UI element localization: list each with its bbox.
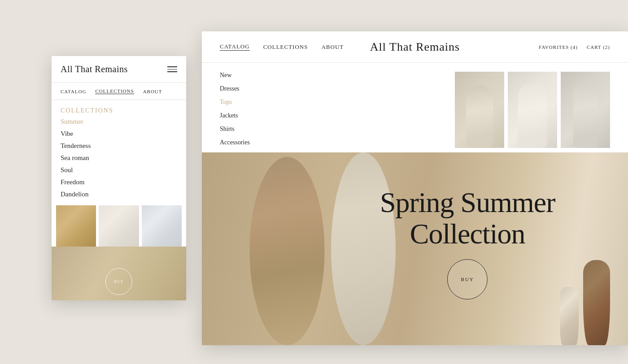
mobile-buy-label: BUY: [114, 280, 123, 284]
dropdown-shirts[interactable]: Shirts: [220, 126, 274, 133]
mobile-preview: All That Remains CATALOG COLLECTIONS ABO…: [52, 56, 186, 300]
vase-large: [583, 260, 610, 345]
vase-small-decoration: [560, 287, 579, 345]
mobile-nav-collections[interactable]: COLLECTIONS: [95, 88, 134, 94]
collection-item-dandelion[interactable]: Dandelion: [61, 191, 177, 198]
hamburger-line-3: [167, 71, 177, 72]
mobile-bottom-strip: BUY: [52, 247, 186, 300]
desktop-brand: All That Remains: [370, 40, 460, 54]
collection-item-searoman[interactable]: Sea roman: [61, 154, 177, 162]
hero-thumbnails: [455, 72, 610, 160]
mobile-collections-heading: COLLECTIONS: [52, 100, 186, 118]
dropdown-new[interactable]: New: [220, 72, 274, 79]
desktop-nav: CATALOG COLLECTIONS ABOUT All That Remai…: [202, 31, 628, 63]
desktop-nav-catalog[interactable]: CATALOG: [220, 43, 250, 51]
dropdown-tops[interactable]: Tops: [220, 99, 274, 106]
mobile-hero-bg: BUY: [52, 247, 186, 300]
hero-buy-label: BUY: [461, 277, 474, 282]
hamburger-line-2: [167, 69, 177, 70]
mobile-nav-about[interactable]: ABOUT: [143, 89, 162, 94]
mobile-nav: CATALOG COLLECTIONS ABOUT: [52, 83, 186, 100]
collection-item-summer[interactable]: Summer: [61, 118, 177, 126]
hero-thumb-1[interactable]: [455, 72, 504, 148]
collection-item-tenderness[interactable]: Tenderness: [61, 142, 177, 150]
hamburger-line-1: [167, 66, 177, 67]
hero-thumb-3[interactable]: [561, 72, 610, 148]
mobile-nav-catalog[interactable]: CATALOG: [61, 89, 86, 94]
mobile-brand: All That Remains: [61, 64, 128, 74]
vase-small: [560, 287, 579, 345]
dropdown-dresses[interactable]: Dresses: [220, 85, 274, 92]
hero-title: Spring Summer Collection: [380, 187, 555, 250]
desktop-nav-cart[interactable]: CART (2): [587, 44, 610, 50]
dropdown-jackets[interactable]: Jackets: [220, 112, 274, 119]
desktop-nav-favorites[interactable]: FAVORITES (4): [539, 44, 578, 50]
dropdown-accessories[interactable]: Accessories: [220, 139, 274, 146]
dropdown-column: New Dresses Tops Jackets Shirts Accessor…: [220, 72, 274, 160]
desktop-hero: Spring Summer Collection BUY: [202, 152, 628, 345]
desktop-nav-collections[interactable]: COLLECTIONS: [263, 43, 308, 51]
hero-title-line1: Spring Summer: [380, 186, 555, 218]
collection-item-vibe[interactable]: Vibe: [61, 130, 177, 138]
desktop-nav-about[interactable]: ABOUT: [321, 43, 344, 51]
hero-title-line2: Collection: [410, 218, 525, 250]
desktop-nav-right: FAVORITES (4) CART (2): [539, 44, 610, 50]
hero-text-overlay: Spring Summer Collection BUY: [380, 187, 555, 299]
desktop-preview: CATALOG COLLECTIONS ABOUT All That Remai…: [202, 31, 628, 345]
vase-decoration: [583, 260, 610, 345]
mobile-buy-button[interactable]: BUY: [105, 268, 132, 295]
hero-thumb-2[interactable]: [508, 72, 557, 148]
desktop-nav-left: CATALOG COLLECTIONS ABOUT: [220, 43, 344, 51]
mobile-collection-list: Summer Vibe Tenderness Sea roman Soul Fr…: [52, 118, 186, 198]
collection-item-freedom[interactable]: Freedom: [61, 178, 177, 186]
mobile-header: All That Remains: [52, 56, 186, 83]
hamburger-button[interactable]: [167, 66, 177, 72]
hero-buy-button[interactable]: BUY: [447, 259, 488, 299]
collection-item-soul[interactable]: Soul: [61, 166, 177, 174]
